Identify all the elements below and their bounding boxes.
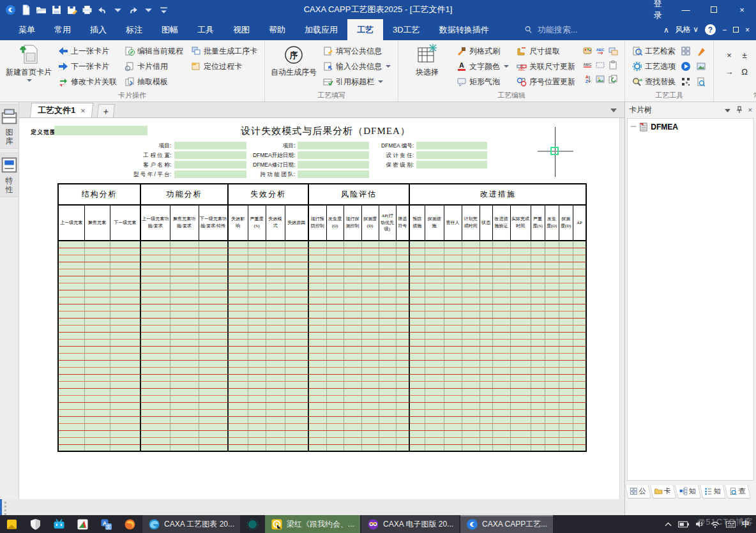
table-cell[interactable] bbox=[110, 276, 140, 283]
table-cell[interactable] bbox=[248, 437, 266, 444]
table-cell[interactable] bbox=[531, 262, 545, 269]
vertical-scrollbar[interactable] bbox=[619, 118, 624, 499]
table-cell[interactable] bbox=[308, 381, 326, 388]
table-cell[interactable] bbox=[361, 360, 379, 367]
table-cell[interactable] bbox=[308, 416, 326, 423]
table-cell[interactable] bbox=[140, 297, 170, 304]
taskbar-icon-teal-ring[interactable] bbox=[241, 515, 264, 533]
table-cell[interactable] bbox=[326, 283, 344, 290]
table-cell[interactable] bbox=[492, 395, 510, 402]
table-cell[interactable] bbox=[396, 325, 409, 332]
table-cell[interactable] bbox=[344, 283, 361, 290]
table-cell[interactable] bbox=[462, 255, 480, 262]
table-cell[interactable] bbox=[425, 353, 444, 360]
collapse-ribbon-icon[interactable]: ∧ bbox=[663, 26, 669, 34]
table-cell[interactable] bbox=[573, 304, 586, 311]
table-cell[interactable] bbox=[480, 402, 492, 409]
table-cell[interactable] bbox=[573, 395, 586, 402]
table-cell[interactable] bbox=[409, 290, 425, 297]
table-cell[interactable] bbox=[170, 304, 199, 311]
palette-abc-icon[interactable] bbox=[582, 46, 593, 56]
ribbon-button-序号位置更新[interactable]: 序号位置更新 bbox=[515, 75, 577, 89]
table-cell[interactable] bbox=[425, 402, 444, 409]
table-cell[interactable] bbox=[444, 311, 462, 318]
open-folder-icon[interactable] bbox=[36, 4, 47, 15]
table-cell[interactable] bbox=[444, 304, 462, 311]
table-cell[interactable] bbox=[510, 297, 531, 304]
table-cell[interactable] bbox=[492, 353, 510, 360]
table-cell[interactable] bbox=[559, 444, 573, 451]
table-cell[interactable] bbox=[344, 437, 361, 444]
table-cell[interactable] bbox=[248, 444, 266, 451]
symbol-button-±[interactable]: ± bbox=[738, 49, 751, 61]
table-cell[interactable] bbox=[444, 269, 462, 276]
table-cell[interactable] bbox=[531, 381, 545, 388]
table-cell[interactable] bbox=[58, 269, 84, 276]
table-cell[interactable] bbox=[199, 430, 228, 437]
table-cell[interactable] bbox=[361, 423, 379, 430]
table-cell[interactable] bbox=[531, 255, 545, 262]
table-cell[interactable] bbox=[510, 283, 531, 290]
table-cell[interactable] bbox=[170, 416, 199, 423]
table-cell[interactable] bbox=[462, 269, 480, 276]
table-cell[interactable] bbox=[444, 255, 462, 262]
table-cell[interactable] bbox=[266, 381, 285, 388]
table-cell[interactable] bbox=[545, 262, 559, 269]
table-cell[interactable] bbox=[308, 297, 326, 304]
abc-strike-icon[interactable]: ABC bbox=[582, 60, 593, 70]
table-cell[interactable] bbox=[140, 276, 170, 283]
table-cell[interactable] bbox=[396, 381, 409, 388]
table-cell[interactable] bbox=[480, 374, 492, 381]
table-cell[interactable] bbox=[492, 430, 510, 437]
table-cell[interactable] bbox=[545, 255, 559, 262]
table-cell[interactable] bbox=[326, 332, 344, 339]
table-cell[interactable] bbox=[480, 353, 492, 360]
taskbar-button-梁红《跟我约会、...[interactable]: 梁红《跟我约会、... bbox=[265, 515, 360, 533]
table-cell[interactable] bbox=[409, 339, 425, 346]
table-cell[interactable] bbox=[228, 360, 248, 367]
table-cell[interactable] bbox=[573, 248, 586, 255]
table-cell[interactable] bbox=[531, 332, 545, 339]
table-cell[interactable] bbox=[326, 416, 344, 423]
table-cell[interactable] bbox=[344, 241, 361, 248]
table-cell[interactable] bbox=[444, 402, 462, 409]
table-cell[interactable] bbox=[84, 374, 110, 381]
table-cell[interactable] bbox=[480, 241, 492, 248]
table-cell[interactable] bbox=[285, 353, 308, 360]
table-cell[interactable] bbox=[140, 444, 170, 451]
table-cell[interactable] bbox=[409, 374, 425, 381]
table-cell[interactable] bbox=[361, 367, 379, 374]
table-cell[interactable] bbox=[140, 353, 170, 360]
table-cell[interactable] bbox=[510, 409, 531, 416]
table-cell[interactable] bbox=[199, 388, 228, 395]
table-cell[interactable] bbox=[425, 381, 444, 388]
table-cell[interactable] bbox=[425, 311, 444, 318]
table-cell[interactable] bbox=[573, 276, 586, 283]
table-cell[interactable] bbox=[199, 276, 228, 283]
table-cell[interactable] bbox=[170, 388, 199, 395]
table-cell[interactable] bbox=[396, 304, 409, 311]
table-cell[interactable] bbox=[84, 423, 110, 430]
table-cell[interactable] bbox=[531, 241, 545, 248]
table-cell[interactable] bbox=[559, 346, 573, 353]
ribbon-button-定位过程卡[interactable]: 定位过程卡 bbox=[189, 59, 259, 73]
table-cell[interactable] bbox=[228, 339, 248, 346]
table-cell[interactable] bbox=[84, 332, 110, 339]
table-cell[interactable] bbox=[396, 297, 409, 304]
table-cell[interactable] bbox=[110, 430, 140, 437]
table-cell[interactable] bbox=[462, 416, 480, 423]
table-cell[interactable] bbox=[510, 248, 531, 255]
table-cell[interactable] bbox=[462, 360, 480, 367]
search-input[interactable] bbox=[538, 25, 621, 34]
table-cell[interactable] bbox=[462, 409, 480, 416]
ribbon-button-查找替换[interactable]: abc查找替换 bbox=[630, 75, 708, 89]
table-cell[interactable] bbox=[480, 248, 492, 255]
table-cell[interactable] bbox=[573, 444, 586, 451]
table-cell[interactable] bbox=[285, 318, 308, 325]
table-cell[interactable] bbox=[545, 325, 559, 332]
table-cell[interactable] bbox=[480, 283, 492, 290]
symbol-button-×[interactable]: × bbox=[723, 49, 736, 61]
table-cell[interactable] bbox=[480, 255, 492, 262]
table-cell[interactable] bbox=[140, 269, 170, 276]
table-cell[interactable] bbox=[58, 367, 84, 374]
